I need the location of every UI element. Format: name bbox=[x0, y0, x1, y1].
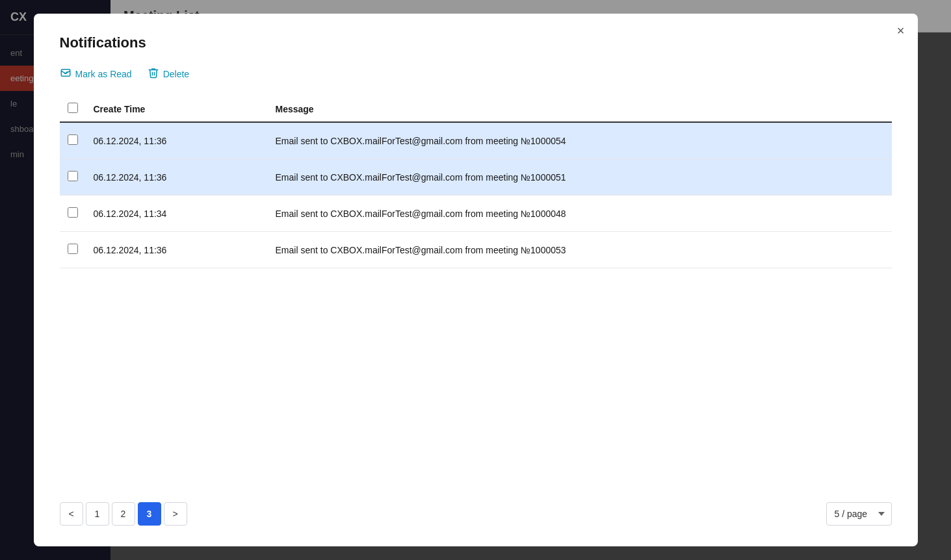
row-checkbox-3[interactable] bbox=[68, 207, 78, 218]
pagination-page-2[interactable]: 2 bbox=[112, 502, 135, 526]
row-create-time-2: 06.12.2024, 11:36 bbox=[86, 159, 268, 196]
pagination-next-button[interactable]: > bbox=[164, 502, 187, 526]
row-checkbox-cell bbox=[60, 232, 86, 268]
row-checkbox-cell bbox=[60, 122, 86, 159]
row-checkbox-cell bbox=[60, 196, 86, 232]
row-checkbox-2[interactable] bbox=[68, 171, 78, 181]
row-message-3: Email sent to CXBOX.mailForTest@gmail.co… bbox=[268, 196, 892, 232]
pagination-page-1[interactable]: 1 bbox=[86, 502, 109, 526]
pagination-page-3[interactable]: 3 bbox=[138, 502, 161, 526]
notifications-modal: × Notifications Mark as Read bbox=[34, 14, 918, 546]
pagination-controls: < 1 2 3 > bbox=[60, 502, 187, 526]
row-message-4: Email sent to CXBOX.mailForTest@gmail.co… bbox=[268, 232, 892, 268]
page-size-select[interactable]: 5 / page 10 / page 20 / page 50 / page bbox=[826, 502, 892, 526]
table-row: 06.12.2024, 11:34 Email sent to CXBOX.ma… bbox=[60, 196, 892, 232]
modal-title: Notifications bbox=[60, 34, 892, 51]
delete-label: Delete bbox=[163, 69, 189, 79]
row-message-2: Email sent to CXBOX.mailForTest@gmail.co… bbox=[268, 159, 892, 196]
table-header-checkbox-cell bbox=[60, 96, 86, 122]
row-create-time-1: 06.12.2024, 11:36 bbox=[86, 122, 268, 159]
delete-button[interactable]: Delete bbox=[148, 64, 189, 83]
row-create-time-4: 06.12.2024, 11:36 bbox=[86, 232, 268, 268]
row-create-time-3: 06.12.2024, 11:34 bbox=[86, 196, 268, 232]
table-header-row: Create Time Message bbox=[60, 96, 892, 122]
table-row: 06.12.2024, 11:36 Email sent to CXBOX.ma… bbox=[60, 122, 892, 159]
mark-as-read-icon bbox=[60, 67, 72, 81]
pagination-prev-button[interactable]: < bbox=[60, 502, 83, 526]
page-size-wrapper: 5 / page 10 / page 20 / page 50 / page bbox=[826, 502, 892, 526]
select-all-checkbox[interactable] bbox=[68, 103, 78, 113]
table-header-create-time: Create Time bbox=[86, 96, 268, 122]
notifications-table: Create Time Message 06.12.2024, 11:36 Em… bbox=[60, 96, 892, 268]
mark-as-read-button[interactable]: Mark as Read bbox=[60, 64, 132, 83]
row-message-1: Email sent to CXBOX.mailForTest@gmail.co… bbox=[268, 122, 892, 159]
mark-as-read-label: Mark as Read bbox=[75, 69, 132, 79]
row-checkbox-1[interactable] bbox=[68, 134, 78, 145]
modal-overlay: × Notifications Mark as Read bbox=[0, 0, 951, 560]
pagination-bar: < 1 2 3 > 5 / page 10 / page 20 / page 5… bbox=[60, 502, 892, 526]
table-row: 06.12.2024, 11:36 Email sent to CXBOX.ma… bbox=[60, 232, 892, 268]
modal-close-button[interactable]: × bbox=[897, 24, 905, 37]
row-checkbox-4[interactable] bbox=[68, 244, 78, 254]
modal-toolbar: Mark as Read Delete bbox=[60, 64, 892, 83]
notifications-table-wrapper: Create Time Message 06.12.2024, 11:36 Em… bbox=[60, 96, 892, 481]
delete-icon bbox=[148, 67, 159, 81]
table-row: 06.12.2024, 11:36 Email sent to CXBOX.ma… bbox=[60, 159, 892, 196]
row-checkbox-cell bbox=[60, 159, 86, 196]
table-header-message: Message bbox=[268, 96, 892, 122]
